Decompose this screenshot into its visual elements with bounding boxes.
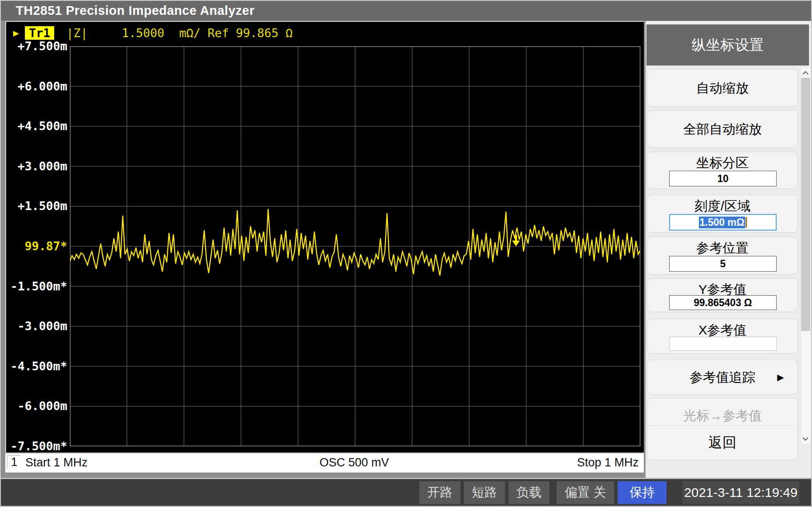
window-title: TH2851 Precision Impedance Analyzer: [16, 3, 255, 18]
y-axis-tick-label: -3.000m: [7, 320, 67, 333]
scrollbar-thumb[interactable]: [801, 78, 810, 331]
reference-position-input[interactable]: 5: [669, 256, 777, 272]
trace-ref-value: 99.865 Ω: [236, 26, 293, 40]
title-bar: TH2851 Precision Impedance Analyzer: [1, 1, 811, 21]
active-trace-arrow-icon: ▶: [13, 28, 19, 38]
y-reference-input[interactable]: 99.865403 Ω: [669, 295, 777, 310]
auto-scale-all-button[interactable]: 全部自动缩放: [647, 110, 798, 148]
load-correction-button[interactable]: 负载: [508, 481, 549, 504]
trace-scale-unit: mΩ/: [179, 26, 200, 40]
y-axis-reference-label: 99.87*: [7, 240, 67, 253]
trace-ref-label: Ref: [207, 26, 229, 40]
scale-per-division-label: 刻度/区域: [647, 197, 798, 215]
y-axis-tick-label: +4.500m: [7, 120, 67, 133]
sweep-status-row: 1 Start 1 MHz OSC 500 mV Stop 1 MHz: [5, 452, 644, 473]
auto-scale-button[interactable]: 自动缩放: [647, 69, 798, 107]
y-axis-tick-label: +7.500m: [7, 40, 67, 53]
submenu-arrow-icon: ►: [775, 371, 786, 384]
x-reference-input[interactable]: [669, 337, 777, 351]
reference-position-group[interactable]: 参考位置 5: [647, 237, 798, 275]
plot-area: ▶ Tr1 |Z| 1.5000 mΩ/ Ref 99.865 Ω +7.500…: [5, 21, 644, 452]
y-axis-tick-label: -6.000m: [7, 400, 67, 413]
trace-tab-tr1[interactable]: Tr1: [25, 26, 54, 40]
reference-tracking-button[interactable]: 参考值追踪 ►: [647, 360, 798, 395]
measurement-grid: [70, 46, 640, 446]
y-axis-tick-label: +3.000m: [7, 160, 67, 173]
x-reference-group[interactable]: X参考值: [647, 319, 798, 354]
scroll-up-icon[interactable]: [802, 70, 809, 76]
back-button[interactable]: 返回: [647, 425, 798, 460]
trace-parameter: |Z|: [66, 26, 88, 40]
short-correction-button[interactable]: 短路: [464, 481, 505, 504]
selected-input-text: 1.500 mΩ: [699, 217, 746, 228]
divisions-group[interactable]: 坐标分区 10: [647, 152, 798, 189]
y-axis-tick-label: +1.500m: [7, 200, 67, 213]
y-axis-tick-label: +6.000m: [7, 80, 67, 93]
y-axis-tick-label: -7.500m*: [7, 440, 67, 453]
y-axis-tick-label: -4.500m*: [7, 360, 67, 373]
sidebar-scrollbar[interactable]: [800, 68, 811, 444]
channel-indicator: 1: [7, 455, 21, 469]
text-caret: [746, 217, 747, 228]
y-axis-tick-label: -1.500m*: [7, 280, 67, 293]
reference-position-label: 参考位置: [647, 239, 798, 257]
osc-level-label: OSC 500 mV: [69, 456, 639, 469]
scroll-down-icon[interactable]: [802, 436, 809, 442]
divisions-input[interactable]: 10: [669, 171, 777, 186]
vertical-axis-settings-panel: 纵坐标设置 自动缩放 全部自动缩放 坐标分区 10 刻度/区域 1.500 mΩ…: [646, 21, 812, 478]
app-window: TH2851 Precision Impedance Analyzer ▶ Tr…: [0, 0, 812, 507]
y-reference-group[interactable]: Y参考值 99.865403 Ω: [647, 278, 798, 312]
reference-tracking-label: 参考值追踪: [690, 369, 755, 386]
bottom-toolbar: 开路 短路 负载 偏置 关 保持 2021-3-11 12:19:49: [1, 478, 812, 506]
bias-off-button[interactable]: 偏置 关: [556, 481, 614, 504]
scale-per-division-input[interactable]: 1.500 mΩ: [669, 214, 777, 231]
scale-per-division-group[interactable]: 刻度/区域 1.500 mΩ: [647, 195, 798, 233]
trace-scale-value: 1.5000: [122, 26, 165, 40]
open-correction-button[interactable]: 开路: [419, 481, 460, 504]
divisions-label: 坐标分区: [647, 154, 798, 172]
hold-button[interactable]: 保持: [618, 481, 667, 504]
sidebar-title: 纵坐标设置: [646, 24, 809, 66]
sweep-stop-label: Stop 1 MHz: [577, 456, 639, 469]
trace-header: ▶ Tr1 |Z| 1.5000 mΩ/ Ref 99.865 Ω: [6, 25, 293, 40]
datetime-display: 2021-3-11 12:19:49: [682, 481, 799, 504]
